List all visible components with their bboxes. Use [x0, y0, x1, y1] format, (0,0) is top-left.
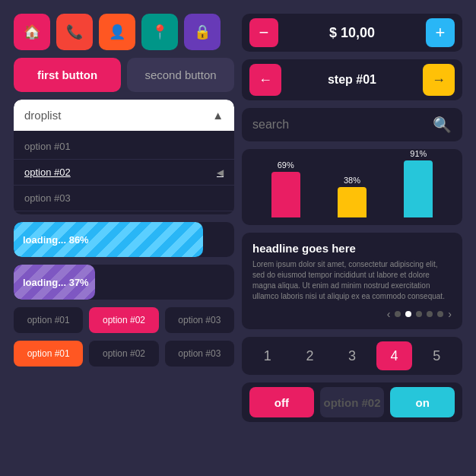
option-btn-2-3[interactable]: option #03 [165, 341, 234, 367]
options-row-2: option #01 option #02 option #03 [14, 341, 234, 367]
pagination: ‹ › [252, 308, 452, 320]
toggle-mid-button[interactable]: option #02 [320, 387, 385, 417]
option-btn-1-1[interactable]: option #01 [14, 307, 83, 333]
user-button[interactable]: 👤 [99, 14, 135, 50]
search-row: 🔍 [242, 108, 462, 141]
option-btn-1-2[interactable]: option #02 [89, 307, 158, 333]
options-row-1: option #01 option #02 option #03 [14, 307, 234, 333]
dropdown-container: droplist ▲ option #01 option #02 ◀ optio… [14, 100, 234, 214]
option-btn-2-1[interactable]: option #01 [14, 341, 83, 367]
pag-dot-2[interactable] [405, 311, 411, 317]
loading-label-purple: loading... 37% [23, 277, 89, 288]
dropdown-option-1[interactable]: option #01 [14, 134, 234, 160]
pagination-prev[interactable]: ‹ [387, 308, 391, 320]
toggle-row: off option #02 on [242, 382, 462, 422]
counter-minus-button[interactable]: − [249, 18, 278, 47]
number-selector: 1 2 3 4 5 [242, 337, 462, 375]
loading-section: loading... 86% loading... 37% [14, 222, 234, 300]
pag-dot-1[interactable] [395, 311, 401, 317]
loading-bar-purple: loading... 37% [14, 265, 234, 300]
bar-group-2: 38% [338, 176, 367, 217]
pag-dot-3[interactable] [416, 311, 422, 317]
search-icon[interactable]: 🔍 [433, 116, 452, 134]
counter-value: $ 10,00 [284, 25, 420, 41]
dropdown-item-arrow-icon: ◀ [217, 167, 224, 178]
counter-row: − $ 10,00 + [242, 14, 462, 52]
num-btn-1[interactable]: 1 [249, 341, 286, 370]
bar-chart: 69% 38% 91% [242, 149, 462, 225]
first-button[interactable]: first button [14, 58, 121, 92]
bar-label-1: 69% [278, 160, 294, 170]
toggle-on-button[interactable]: on [390, 387, 455, 417]
lock-button[interactable]: 🔒 [184, 14, 221, 50]
step-prev-button[interactable]: ← [249, 64, 281, 96]
main-buttons-row: first button second button [14, 58, 234, 92]
location-button[interactable]: 📍 [141, 14, 178, 50]
home-button[interactable]: 🏠 [14, 14, 50, 50]
icon-buttons-row: 🏠 📞 👤 📍 🔒 [14, 14, 234, 50]
toggle-off-button[interactable]: off [249, 387, 314, 417]
bar-1 [271, 172, 300, 217]
dropdown-option-3[interactable]: option #03 [14, 186, 234, 211]
dropdown-label: droplist [24, 109, 61, 122]
step-row: ← step #01 → [242, 59, 462, 100]
step-next-button[interactable]: → [423, 64, 455, 96]
num-btn-5[interactable]: 5 [418, 341, 455, 370]
counter-plus-button[interactable]: + [426, 18, 455, 47]
bar-2 [338, 187, 367, 217]
num-btn-4[interactable]: 4 [376, 341, 413, 370]
article-title: headline goes here [252, 242, 452, 255]
search-input[interactable] [252, 118, 427, 132]
num-btn-2[interactable]: 2 [292, 341, 328, 370]
article-section: headline goes here Lorem ipsum dolor sit… [242, 233, 462, 329]
option-btn-2-2[interactable]: option #02 [89, 341, 158, 367]
dropdown-items: option #01 option #02 ◀ option #03 [14, 131, 234, 214]
loading-bar-blue: loading... 86% [14, 222, 234, 257]
option-btn-1-3[interactable]: option #03 [165, 307, 234, 333]
dropdown-arrow-icon: ▲ [212, 109, 224, 122]
phone-button[interactable]: 📞 [56, 14, 93, 50]
second-button[interactable]: second button [127, 58, 234, 92]
num-btn-3[interactable]: 3 [334, 341, 370, 370]
loading-label-blue: loading... 86% [23, 234, 89, 246]
bar-3 [404, 160, 433, 217]
dropdown-option-2[interactable]: option #02 ◀ [14, 160, 234, 186]
pag-dot-4[interactable] [427, 311, 433, 317]
bar-label-2: 38% [344, 176, 360, 185]
step-label: step #01 [287, 73, 417, 87]
bar-label-3: 91% [410, 149, 427, 158]
article-text: Lorem ipsum dolor sit amet, consectetur … [252, 259, 452, 302]
bar-group-1: 69% [271, 160, 300, 217]
dropdown-header[interactable]: droplist ▲ [14, 100, 234, 131]
pagination-next[interactable]: › [448, 308, 452, 320]
pag-dot-5[interactable] [437, 311, 443, 317]
bar-group-3: 91% [404, 149, 433, 217]
